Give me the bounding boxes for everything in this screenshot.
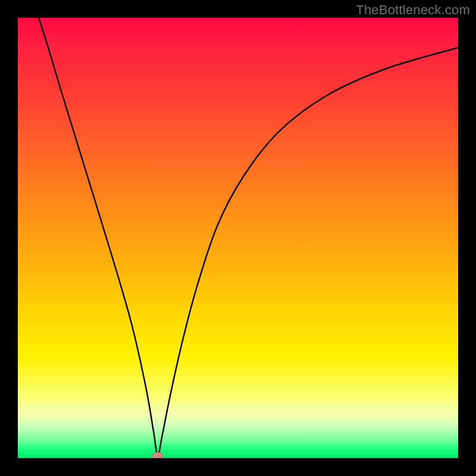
bottleneck-curve: [18, 18, 458, 455]
curve-layer: [18, 18, 458, 458]
watermark-text: TheBottleneck.com: [356, 2, 470, 18]
min-marker: [152, 452, 163, 458]
plot-area: [18, 18, 458, 458]
chart-frame: TheBottleneck.com: [0, 0, 476, 476]
